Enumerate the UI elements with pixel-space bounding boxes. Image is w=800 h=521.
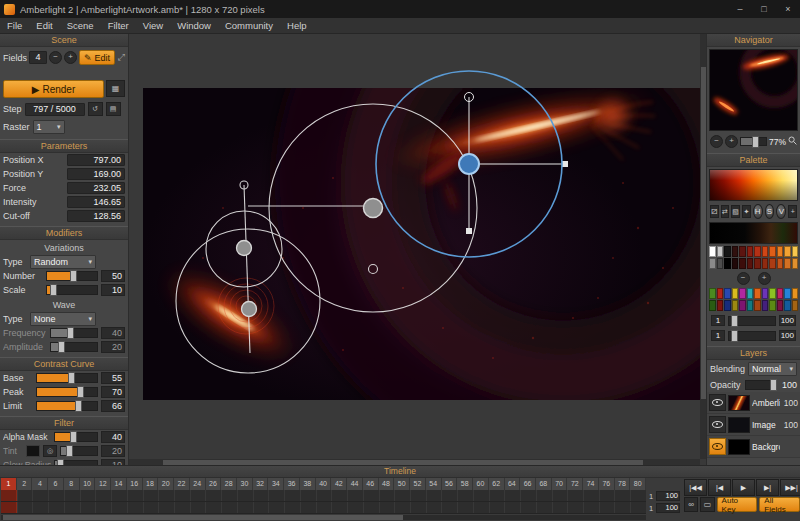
parameter-value-input[interactable]: 169.00 xyxy=(67,168,125,180)
palette-swatch[interactable] xyxy=(747,300,754,311)
slider-value-input[interactable]: 20 xyxy=(101,341,125,353)
slider-value-input[interactable]: 70 xyxy=(101,386,125,398)
slider-thumb[interactable] xyxy=(731,315,738,327)
timeline-frame-74[interactable]: 74 xyxy=(583,478,599,490)
palette-swatch[interactable] xyxy=(777,246,784,257)
palette-swatch[interactable] xyxy=(777,288,784,299)
step-save-icon[interactable]: ▤ xyxy=(106,102,121,116)
timeline-frame-58[interactable]: 58 xyxy=(457,478,473,490)
palette-swatch[interactable] xyxy=(732,258,739,269)
timeline-frame-24[interactable]: 24 xyxy=(190,478,206,490)
maximize-button[interactable]: □ xyxy=(752,0,776,18)
slider-value-input[interactable]: 10 xyxy=(101,284,125,296)
palette-swatch[interactable] xyxy=(777,258,784,269)
auto-key-button[interactable]: Auto Key xyxy=(717,497,758,512)
palette-swatch[interactable] xyxy=(762,246,769,257)
palette-swatch[interactable] xyxy=(792,258,799,269)
palette-swatch[interactable] xyxy=(747,288,754,299)
artwork-canvas[interactable] xyxy=(143,88,705,400)
palette-swatch[interactable] xyxy=(754,258,761,269)
palette-swatch[interactable] xyxy=(724,288,731,299)
palette-swatch[interactable] xyxy=(717,258,724,269)
slider-track[interactable] xyxy=(50,328,98,338)
slider-track[interactable] xyxy=(36,373,98,383)
palette-swatch[interactable] xyxy=(769,288,776,299)
zoom-out-button[interactable]: − xyxy=(710,135,723,148)
palette-swatch[interactable] xyxy=(762,258,769,269)
navigator-thumbnail[interactable] xyxy=(709,49,798,131)
palette-swatch[interactable] xyxy=(717,288,724,299)
minimize-button[interactable]: – xyxy=(728,0,752,18)
slider-track[interactable] xyxy=(60,446,98,456)
slider-track[interactable] xyxy=(46,271,98,281)
palette-swatch[interactable] xyxy=(724,246,731,257)
slider-thumb[interactable] xyxy=(50,284,57,296)
add-swatch-button[interactable]: + xyxy=(758,272,771,285)
timeline-frame-36[interactable]: 36 xyxy=(284,478,300,490)
slider-thumb[interactable] xyxy=(77,386,84,398)
palette-swatch[interactable] xyxy=(747,246,754,257)
timeline-frame-16[interactable]: 16 xyxy=(127,478,143,490)
track-end-value[interactable]: 100 xyxy=(656,503,680,513)
slider-thumb[interactable] xyxy=(58,341,65,353)
palette-swatch[interactable] xyxy=(754,300,761,311)
timeline-frame-52[interactable]: 52 xyxy=(410,478,426,490)
timeline-frame-4[interactable]: 4 xyxy=(32,478,48,490)
palette-swatch[interactable] xyxy=(754,288,761,299)
slider-thumb[interactable] xyxy=(68,372,75,384)
slider-track[interactable] xyxy=(46,285,98,295)
tint-color-swatch[interactable] xyxy=(26,445,40,457)
slider-track[interactable] xyxy=(50,342,98,352)
sparkle-icon[interactable]: ✦ xyxy=(742,205,751,218)
timeline-frame-6[interactable]: 6 xyxy=(48,478,64,490)
play-button[interactable]: ▶ xyxy=(732,479,755,496)
palette-swatch[interactable] xyxy=(784,246,791,257)
slider-value-input[interactable]: 50 xyxy=(101,270,125,282)
fields-count-input[interactable]: 4 xyxy=(29,51,47,64)
opacity-slider[interactable] xyxy=(745,380,776,390)
timeline-frame-70[interactable]: 70 xyxy=(552,478,568,490)
palette-swatch[interactable] xyxy=(732,288,739,299)
palette-swatch[interactable] xyxy=(784,300,791,311)
palette-gradient-preview[interactable] xyxy=(709,169,798,201)
palette-swatch[interactable] xyxy=(769,258,776,269)
next-frame-button[interactable]: ▶| xyxy=(756,479,779,496)
palette-swatch[interactable] xyxy=(762,288,769,299)
slider-value-input[interactable]: 66 xyxy=(101,400,125,412)
close-button[interactable]: × xyxy=(776,0,800,18)
slider-value-input[interactable]: 55 xyxy=(101,372,125,384)
palette-swatch[interactable] xyxy=(769,246,776,257)
render-button[interactable]: ▶Render xyxy=(3,80,104,98)
palette-swatch[interactable] xyxy=(792,300,799,311)
palette-swatch[interactable] xyxy=(784,288,791,299)
timeline-frame-54[interactable]: 54 xyxy=(426,478,442,490)
palette-swatch[interactable] xyxy=(709,288,716,299)
tint-picker-icon[interactable]: ◎ xyxy=(43,445,57,457)
range-icon[interactable]: ▭ xyxy=(700,497,714,512)
slider-track[interactable] xyxy=(36,387,98,397)
timeline-frame-32[interactable]: 32 xyxy=(253,478,269,490)
menu-community[interactable]: Community xyxy=(218,20,280,31)
layer-row[interactable]: Background Color xyxy=(707,436,800,458)
zoom-in-button[interactable]: + xyxy=(725,135,738,148)
palette-swatch[interactable] xyxy=(739,246,746,257)
timeline-frame-20[interactable]: 20 xyxy=(158,478,174,490)
slider-track[interactable] xyxy=(36,401,98,411)
timeline-frame-44[interactable]: 44 xyxy=(347,478,363,490)
palette-swatch[interactable] xyxy=(747,258,754,269)
timeline-frame-76[interactable]: 76 xyxy=(599,478,615,490)
all-fields-button[interactable]: All Fields xyxy=(759,497,800,512)
palette-swatch[interactable] xyxy=(717,246,724,257)
swap-arrows-icon[interactable]: ⇄ xyxy=(721,205,730,218)
layer-row[interactable]: Amberlight100 xyxy=(707,392,800,414)
timeline-frame-14[interactable]: 14 xyxy=(111,478,127,490)
timeline-frame-42[interactable]: 42 xyxy=(331,478,347,490)
expand-icon[interactable]: ⤢ xyxy=(118,52,125,63)
timeline-frame-60[interactable]: 60 xyxy=(473,478,489,490)
menu-window[interactable]: Window xyxy=(170,20,218,31)
palette-swatch[interactable] xyxy=(739,288,746,299)
timeline-frame-46[interactable]: 46 xyxy=(363,478,379,490)
palette-swatch[interactable] xyxy=(724,300,731,311)
timeline-frame-50[interactable]: 50 xyxy=(394,478,410,490)
fields-decrement-button[interactable]: − xyxy=(49,51,62,64)
